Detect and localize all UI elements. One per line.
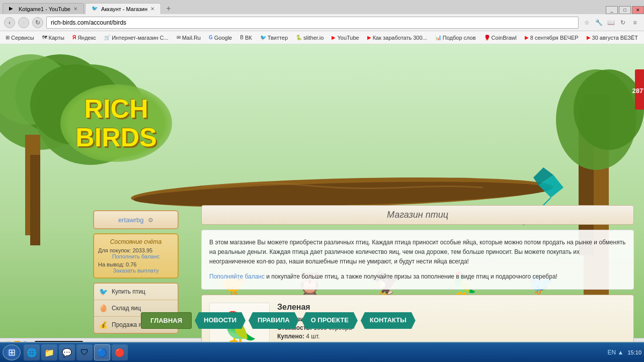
account-favicon: 🐦	[92, 6, 99, 13]
tab-youtube-close[interactable]: ✕	[73, 6, 77, 12]
user-panel: ertawrbg ⚙	[93, 210, 179, 229]
promo-link[interactable]: Пополняйте баланс	[209, 273, 265, 280]
bookmark-sep8[interactable]: ▶8 сентября ВЕЧЕР	[522, 34, 582, 42]
tab-account-close[interactable]: ✕	[150, 6, 154, 12]
withdrawal-value: 0.76	[126, 261, 136, 267]
taskbar-chat[interactable]: 💬	[59, 344, 75, 360]
bookmark-google[interactable]: GGoogle	[206, 34, 235, 42]
logo-area: RICH BIRDS	[60, 84, 172, 162]
replenish-link[interactable]: Пополнить баланс	[98, 253, 174, 259]
tab-youtube-label: Kotgame1 - YouTube	[19, 6, 70, 12]
bookmark-maps[interactable]: 🗺Карты	[39, 34, 67, 42]
sell-eggs-icon: 💰	[99, 321, 108, 329]
bookmark-vk[interactable]: BВК	[237, 34, 255, 42]
balance-panel: Состояние счёта Для покупок: 2033.95 Поп…	[93, 233, 179, 279]
for-purchase-row: Для покупок: 2033.95	[98, 247, 174, 253]
back-button[interactable]: ‹	[4, 17, 15, 28]
taskbar-explorer[interactable]: 📁	[41, 344, 57, 360]
promo-text: Пополняйте баланс и покупайте больше пти…	[209, 272, 626, 282]
bookmark-youtube[interactable]: ▶YouTube	[329, 34, 362, 42]
address-input[interactable]	[46, 17, 579, 29]
new-tab-button[interactable]: +	[161, 3, 176, 14]
forward-button[interactable]: ›	[18, 17, 29, 28]
svg-point-3	[0, 54, 70, 125]
buy-birds-icon: 🐦	[99, 288, 108, 296]
bookmark-yandex[interactable]: ЯЯндекс	[69, 34, 99, 42]
taskbar-firefox[interactable]: 🔴	[112, 344, 128, 360]
svg-marker-15	[533, 167, 553, 185]
nav-menu: ГЛАВНАЯ НОВОСТИ ПРАВИЛА О ПРОЕКТЕ КОНТАК…	[141, 312, 416, 329]
bookmark-wordpick[interactable]: 📊Подбор слов	[432, 34, 479, 42]
nav-main[interactable]: ГЛАВНАЯ	[141, 312, 192, 329]
bird-name: Зеленая	[277, 303, 626, 312]
shop-description: В этом магазине Вы можете приобрести раз…	[201, 230, 634, 290]
shop-title: Магазин птиц	[201, 205, 634, 225]
tab-account[interactable]: 🐦 Аккаунт - Магазин ✕	[85, 3, 161, 14]
nav-news[interactable]: НОВОСТИ	[195, 312, 246, 329]
nav-about[interactable]: О ПРОЕКТЕ	[302, 312, 358, 329]
reload-button[interactable]: ↻	[32, 17, 43, 28]
taskbar-shield[interactable]: 🛡	[76, 344, 93, 360]
bookmark-slither[interactable]: 🐍slither.io	[293, 34, 327, 42]
bookmark-shop[interactable]: 🛒Интернет-магазин C...	[101, 34, 172, 42]
taskbar-lang: EN ▲	[608, 349, 624, 356]
bookmark-twitter[interactable]: 🐦Твиттер	[257, 34, 291, 42]
settings-icon[interactable]: ⚙	[148, 217, 153, 224]
nav-contacts[interactable]: КОНТАКТЫ	[361, 312, 416, 329]
tab-account-label: Аккаунт - Магазин	[101, 6, 147, 12]
taskbar-chrome[interactable]: 🔵	[94, 344, 110, 360]
sync-icon[interactable]: ↻	[618, 18, 628, 28]
svg-point-10	[556, 69, 636, 170]
withdrawal-link[interactable]: Заказать выплату	[98, 267, 174, 274]
youtube-favicon: ▶	[9, 6, 16, 13]
bookmark-mailru[interactable]: ✉Mail.Ru	[174, 34, 204, 42]
bookmark-star-icon[interactable]: ☆	[582, 18, 592, 28]
address-bar: ‹ › ↻ ☆ 🔧 📖 ↻ ≡	[0, 14, 644, 31]
purchase-value: 2033.95	[132, 247, 152, 253]
window-close[interactable]: ✕	[632, 6, 644, 14]
bookmark-earn[interactable]: ▶Как заработать 300...	[364, 34, 430, 42]
extension-icon[interactable]: 🔧	[594, 18, 604, 28]
svg-rect-4	[25, 135, 40, 235]
logo-text[interactable]: RICH BIRDS	[75, 95, 157, 152]
svg-point-11	[574, 69, 644, 150]
taskbar-time: 15:10	[627, 349, 641, 355]
window-minimize[interactable]: _	[606, 6, 618, 14]
bird-purchased: Куплено: 4 шт.	[277, 333, 626, 340]
start-button[interactable]: ⊞	[3, 344, 21, 360]
counter-number: 2877	[632, 87, 644, 95]
reader-mode-icon[interactable]: 📖	[606, 18, 616, 28]
menu-buy-birds[interactable]: 🐦 Купить птиц	[94, 284, 178, 300]
tab-youtube[interactable]: ▶ Kotgame1 - YouTube ✕	[3, 3, 84, 14]
bookmark-coinbrawl[interactable]: 🥊CoinBrawl	[481, 34, 520, 42]
balance-title: Состояние счёта	[98, 238, 174, 245]
username-link[interactable]: ertawrbg	[118, 216, 144, 224]
description-text: В этом магазине Вы можете приобрести раз…	[209, 238, 626, 267]
bookmark-aug30[interactable]: ▶30 августа ВЕЗЁТ	[584, 34, 641, 42]
taskbar-right: EN ▲ 15:10	[608, 349, 641, 356]
window-maximize[interactable]: □	[619, 6, 631, 14]
tab-bar: ▶ Kotgame1 - YouTube ✕ 🐦 Аккаунт - Магаз…	[0, 0, 644, 14]
taskbar-ie[interactable]: 🌐	[24, 344, 40, 360]
bookmark-services[interactable]: ⊞Сервисы	[3, 34, 37, 42]
svg-marker-14	[538, 175, 564, 198]
menu-icon[interactable]: ≡	[630, 18, 640, 28]
right-counter-bar[interactable]: 2877	[635, 69, 644, 110]
svg-rect-5	[30, 155, 40, 245]
withdrawal-row: На вывод: 0.76	[98, 261, 174, 267]
nav-rules[interactable]: ПРАВИЛА	[249, 312, 299, 329]
page-content: RICH BIRDS 🐤 🦉 🦅 🦜 🐦 ГЛАВН	[0, 44, 644, 350]
taskbar-apps: 🌐 📁 💬 🛡 🔵 🔴	[24, 344, 128, 360]
bookmarks-bar: ⊞Сервисы 🗺Карты ЯЯндекс 🛒Интернет-магази…	[0, 31, 644, 44]
taskbar: ⊞ 🌐 📁 💬 🛡 🔵 🔴 EN ▲ 15:10	[0, 342, 644, 362]
egg-warehouse-icon: 🥚	[99, 304, 108, 312]
